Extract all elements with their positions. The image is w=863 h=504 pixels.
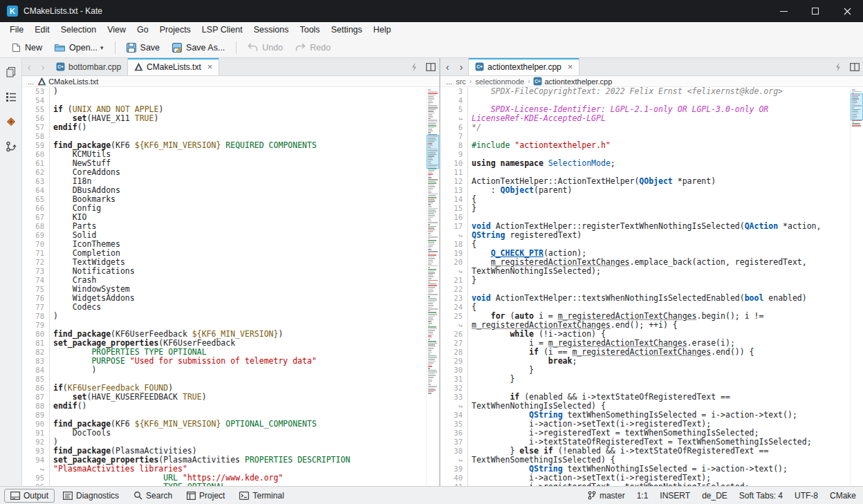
line-number[interactable]: 91 (22, 429, 50, 438)
rail-external-tools-button[interactable] (3, 138, 19, 155)
menu-help[interactable]: Help (368, 24, 397, 36)
code-line[interactable]: 3 SPDX-FileCopyrightText: 2022 Felix Ern… (440, 87, 850, 96)
project-panel-button[interactable]: Project (180, 489, 231, 503)
line-number[interactable]: 11 (440, 168, 468, 177)
diagnostics-panel-button[interactable]: Diagnostics (57, 489, 125, 503)
line-number[interactable]: 8 (440, 141, 468, 150)
minimap-scrollbar[interactable] (850, 87, 863, 486)
line-number[interactable]: 70 (22, 240, 50, 249)
save-button[interactable]: Save (120, 40, 167, 55)
line-number[interactable]: 30 (440, 366, 468, 375)
line-number[interactable]: 53 (22, 87, 50, 96)
line-number[interactable]: 15 (440, 204, 468, 213)
line-number[interactable]: 55 (22, 105, 50, 114)
code-line[interactable]: 84 ) (22, 366, 426, 375)
line-number[interactable]: 6 (440, 123, 468, 132)
line-number[interactable]: 34 (440, 411, 468, 420)
status-1-1[interactable]: 1:1 (637, 491, 649, 501)
line-number[interactable]: 84 (22, 366, 50, 375)
breadcrumb-item[interactable]: CMakeLists.txt (37, 77, 98, 86)
menu-tools[interactable]: Tools (294, 24, 325, 36)
tab-history-back-button[interactable]: ‹ (440, 58, 454, 75)
maximize-button[interactable] (799, 0, 831, 22)
code-line[interactable]: 57endif() (22, 123, 426, 132)
line-number[interactable]: 9 (440, 150, 468, 159)
line-number[interactable]: 16 (440, 213, 468, 222)
code-line[interactable]: 6*/ (440, 123, 850, 132)
line-number[interactable]: 66 (22, 204, 50, 213)
line-number[interactable]: 38 (440, 447, 468, 456)
line-number[interactable]: 89 (22, 411, 50, 420)
code-line[interactable]: 13 : QObject(parent) (440, 186, 850, 195)
line-number[interactable]: 10 (440, 159, 468, 168)
line-number[interactable]: 57 (22, 123, 50, 132)
line-number[interactable]: 93 (22, 447, 50, 456)
line-number[interactable]: 32 (440, 384, 468, 393)
line-number[interactable]: 14 (440, 195, 468, 204)
code-line[interactable]: 21} (440, 276, 850, 285)
breadcrumb-item[interactable]: C+actiontexthelper.cpp (533, 77, 612, 86)
line-number[interactable]: 83 (22, 357, 50, 366)
line-number[interactable]: 24 (440, 303, 468, 312)
code-line[interactable]: ↪QString registeredText) (440, 231, 850, 240)
line-number[interactable]: 54 (22, 96, 50, 105)
line-number[interactable]: 96 (22, 483, 50, 486)
line-number[interactable]: 63 (22, 177, 50, 186)
tab-cmakelists-txt[interactable]: CMakeLists.txt× (127, 58, 219, 75)
code-line[interactable]: 78) (22, 312, 426, 321)
line-number[interactable]: 60 (22, 150, 50, 159)
rail-symbols-outline-button[interactable] (3, 88, 19, 105)
line-number[interactable]: 68 (22, 222, 50, 231)
line-number[interactable]: 7 (440, 132, 468, 141)
line-number[interactable]: 13 (440, 186, 468, 195)
line-number[interactable]: 85 (22, 375, 50, 384)
line-number[interactable]: 75 (22, 285, 50, 294)
line-number[interactable]: 12 (440, 177, 468, 186)
save-as-button[interactable]: Save As... (166, 40, 231, 55)
status-utf-8[interactable]: UTF-8 (795, 491, 818, 501)
close-tab-icon[interactable]: × (207, 62, 213, 71)
breadcrumb-item[interactable]: src (456, 77, 466, 86)
breadcrumb-item[interactable]: selectionmode (475, 77, 524, 86)
line-number[interactable]: 56 (22, 114, 50, 123)
code-line[interactable]: 31 } (440, 375, 850, 384)
line-number[interactable]: 37 (440, 438, 468, 447)
status-cmake[interactable]: CMake (830, 491, 856, 501)
search-panel-button[interactable]: Search (127, 489, 178, 503)
code-area[interactable]: 53)5455if (UNIX AND NOT APPLE)56 set(HAV… (22, 87, 426, 486)
tab-history-forward-button[interactable]: › (454, 58, 468, 75)
code-line[interactable]: 96 TYPE OPTIONAL (22, 483, 426, 486)
line-number[interactable]: 94 (22, 456, 50, 465)
line-number[interactable]: 82 (22, 348, 50, 357)
line-number[interactable]: 59 (22, 141, 50, 150)
tab-history-forward-button[interactable]: › (36, 58, 50, 75)
line-number[interactable]: 78 (22, 312, 50, 321)
line-number[interactable]: 21 (440, 276, 468, 285)
rail-version-control-button[interactable] (3, 113, 19, 130)
menu-selection[interactable]: Selection (55, 24, 102, 36)
status-master[interactable]: master (588, 491, 625, 501)
line-number[interactable]: 62 (22, 168, 50, 177)
line-number[interactable]: 23 (440, 294, 468, 303)
line-number[interactable]: 33 (440, 393, 468, 402)
line-number[interactable]: 61 (22, 159, 50, 168)
menu-edit[interactable]: Edit (29, 24, 55, 36)
status-insert[interactable]: INSERT (660, 491, 690, 501)
lsp-quick-action-button[interactable] (406, 58, 423, 75)
code-line[interactable]: 77 Codecs (22, 303, 426, 312)
minimap-scrollbar[interactable] (426, 87, 439, 486)
line-number[interactable]: 67 (22, 213, 50, 222)
close-button[interactable] (831, 0, 863, 22)
line-number[interactable]: 22 (440, 285, 468, 294)
line-number[interactable]: 41 (440, 483, 468, 486)
status-de-de[interactable]: de_DE (702, 491, 727, 501)
breadcrumb-overflow[interactable]: ... (28, 77, 34, 86)
line-number[interactable]: 26 (440, 330, 468, 339)
line-number[interactable]: 25 (440, 312, 468, 321)
new-button[interactable]: New (6, 40, 48, 55)
line-number[interactable]: 65 (22, 195, 50, 204)
menu-go[interactable]: Go (131, 24, 154, 36)
line-number[interactable]: 92 (22, 438, 50, 447)
line-number[interactable]: 64 (22, 186, 50, 195)
open-button[interactable]: Open...▾ (48, 40, 110, 55)
